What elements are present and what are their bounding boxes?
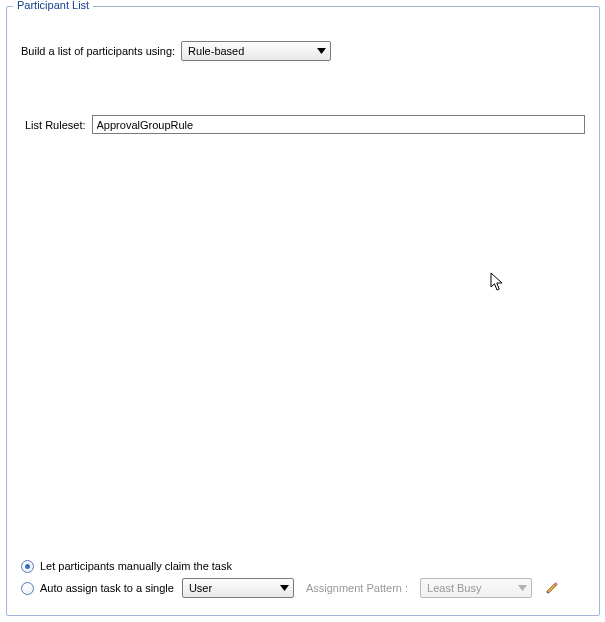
ruleset-label: List Ruleset: xyxy=(25,119,86,131)
build-method-dropdown[interactable]: Rule-based xyxy=(181,41,331,61)
chevron-down-icon xyxy=(280,585,289,591)
manual-claim-label: Let participants manually claim the task xyxy=(40,560,232,572)
build-method-value: Rule-based xyxy=(188,45,244,57)
manual-claim-radio[interactable] xyxy=(21,560,34,573)
build-row: Build a list of participants using: Rule… xyxy=(21,41,331,61)
radio-row-manual: Let participants manually claim the task xyxy=(21,555,587,577)
assignment-pattern-dropdown[interactable]: Least Busy xyxy=(420,578,532,598)
radio-row-auto: Auto assign task to a single User Assign… xyxy=(21,577,587,599)
edit-pattern-icon[interactable] xyxy=(544,580,560,596)
auto-assign-extras: User Assignment Pattern : Least Busy xyxy=(182,578,560,598)
auto-target-dropdown[interactable]: User xyxy=(182,578,294,598)
auto-assign-label: Auto assign task to a single xyxy=(40,582,174,594)
auto-assign-radio[interactable] xyxy=(21,582,34,595)
ruleset-row: List Ruleset: xyxy=(25,115,585,134)
assignment-pattern-label: Assignment Pattern : xyxy=(306,582,408,594)
build-label: Build a list of participants using: xyxy=(21,45,175,57)
assignment-pattern-value: Least Busy xyxy=(427,582,481,594)
chevron-down-icon xyxy=(518,585,527,591)
ruleset-input[interactable] xyxy=(92,115,585,134)
assignment-block: Let participants manually claim the task… xyxy=(21,555,587,599)
chevron-down-icon xyxy=(317,48,326,54)
participant-list-panel: Participant List Build a list of partici… xyxy=(6,6,600,616)
auto-target-value: User xyxy=(189,582,212,594)
panel-legend: Participant List xyxy=(13,0,93,11)
